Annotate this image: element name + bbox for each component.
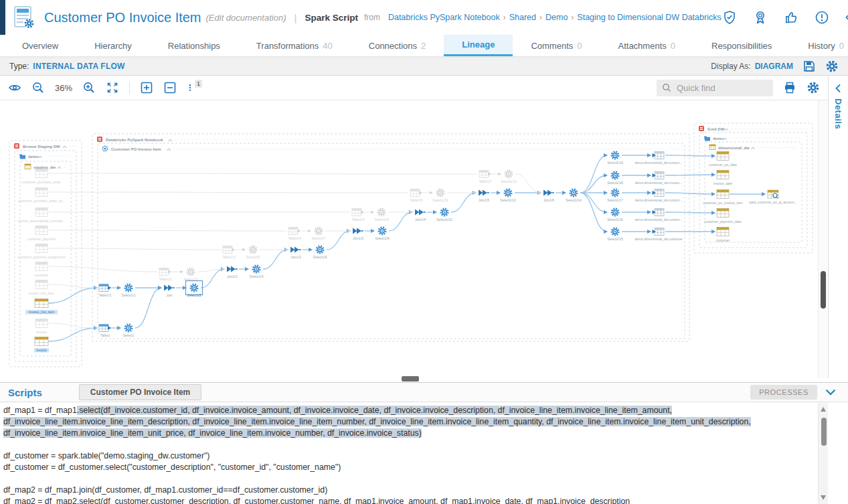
- diagram-scrollbar-thumb[interactable]: [821, 271, 826, 309]
- quick-find-input[interactable]: [675, 82, 752, 94]
- zoom-out-icon[interactable]: [31, 81, 45, 94]
- diagram-node-o1[interactable]: demo.dimensional_dw.custom...: [634, 152, 682, 165]
- diagram-node-j12[interactable]: Join1/2: [290, 247, 301, 260]
- diagram-node-s112[interactable]: Select1/12: [500, 189, 516, 202]
- code-scrollbar-thumb[interactable]: [821, 418, 827, 446]
- breadcrumb-link[interactable]: Demo: [545, 13, 568, 22]
- diagram-node-o3[interactable]: demo.dimensional_dw.custom...: [634, 189, 682, 203]
- diagram-node-s13[interactable]: Select1/3: [184, 268, 198, 281]
- tab-connections[interactable]: Connections2: [351, 35, 444, 56]
- print-icon[interactable]: [783, 81, 796, 94]
- diagram-node-jn[interactable]: Join: [164, 285, 175, 298]
- tab-history[interactable]: History0: [790, 35, 848, 56]
- thumbs-up-icon[interactable]: [783, 9, 799, 25]
- diagram-node-s118[interactable]: Select1/18: [607, 172, 623, 185]
- diagram-node-st9[interactable]: invoice: [35, 319, 48, 335]
- diagram-node-o2[interactable]: demo.dimensional_dw.invoice...: [635, 172, 683, 185]
- breadcrumb-link[interactable]: Databricks PySpark Notebook: [388, 13, 500, 22]
- diagram-node-st2[interactable]: customer_purchase_order_lin...: [18, 188, 65, 203]
- diagram-node-g2[interactable]: invoice_date: [713, 171, 732, 186]
- shield-check-icon[interactable]: [722, 9, 738, 25]
- diagram-node-t13[interactable]: Table1/3: [223, 246, 236, 260]
- diagram-node-t17[interactable]: Table1/7: [479, 171, 492, 184]
- diagram-node-s111[interactable]: Select1/11: [432, 189, 448, 202]
- diagram-node-st4[interactable]: customer_payment: [27, 226, 56, 242]
- diagram-node-j13[interactable]: Join1/3: [353, 228, 363, 241]
- diagram-node-t11[interactable]: Table1/1: [99, 284, 112, 298]
- tab-comments[interactable]: Comments0: [513, 35, 600, 56]
- collapsed-sidebar-sliver[interactable]: [0, 0, 5, 35]
- diagram-node-t12[interactable]: Table1/2: [159, 268, 172, 282]
- preview-eye-icon[interactable]: [8, 81, 21, 94]
- diagram-node-j14[interactable]: Join1/4: [415, 209, 426, 222]
- diagram-node-j16[interactable]: Join1/6: [543, 190, 554, 203]
- diagram-node-s115[interactable]: Select1/15: [607, 228, 623, 241]
- watch-icon[interactable]: [845, 9, 848, 25]
- diagram-node-s12[interactable]: Select1/2: [186, 281, 203, 298]
- diagram-node-s114[interactable]: Select1/14: [566, 189, 582, 202]
- save-icon[interactable]: [802, 60, 816, 73]
- tab-transformations[interactable]: Transformations40: [238, 35, 351, 56]
- diagram-container-script[interactable]: Customer PO Invoice Item: [98, 143, 685, 339]
- scroll-up-arrow[interactable]: [821, 407, 826, 412]
- diagram-node-g5[interactable]: customer: [716, 228, 730, 243]
- diagram-node-s18[interactable]: Select1/8: [375, 228, 390, 240]
- diagram-node-st1[interactable]: customer_purchase_order: [22, 169, 62, 185]
- tab-responsibilities[interactable]: Responsibilities: [693, 35, 790, 56]
- certification-icon[interactable]: [752, 9, 768, 25]
- script-code[interactable]: df_map1 = df_map1.select(df_invoice.cust…: [0, 402, 848, 504]
- diagram-node-o4[interactable]: demo.dimensional_dw.custom...: [634, 209, 682, 222]
- diagram-node-st7[interactable]: invoice_line_item: [29, 280, 54, 296]
- tab-hierarchy[interactable]: Hierarchy: [76, 35, 150, 56]
- diagram-node-st5[interactable]: customer_payment_assignment: [18, 244, 66, 260]
- diagram-node-s113[interactable]: Select1/13: [501, 171, 517, 183]
- diagram-node-t1[interactable]: Table1: [99, 325, 112, 338]
- diagram-node-g4[interactable]: customer_payment_date: [704, 209, 741, 224]
- diagram-node-s19[interactable]: Select1/9: [375, 209, 389, 222]
- diagram-node-s11[interactable]: Select1/1: [122, 284, 136, 297]
- diagram-node-st6[interactable]: customer: [35, 262, 49, 278]
- diagram-node-o5[interactable]: demo.dimensional_dw.customer: [634, 228, 683, 242]
- diagram-node-t16[interactable]: Table1/6: [410, 189, 423, 203]
- diagram-node-t14[interactable]: Table1/4: [288, 228, 301, 241]
- zoom-in-icon[interactable]: [82, 81, 96, 94]
- toolbar-overflow[interactable]: 1: [187, 81, 204, 94]
- collapse-all-icon[interactable]: [163, 81, 177, 94]
- script-tab-customer-po-invoice-item[interactable]: Customer PO Invoice Item: [79, 384, 201, 400]
- expand-all-icon[interactable]: [140, 81, 153, 94]
- breadcrumb-link[interactable]: Shared: [509, 13, 536, 22]
- diagram-node-s117[interactable]: Select1/17: [607, 189, 623, 202]
- tab-attachments[interactable]: Attachments0: [600, 35, 694, 56]
- diagram-node-st3[interactable]: invoice_associatedto_purchas...: [17, 208, 65, 224]
- diagram-settings-icon[interactable]: [807, 81, 820, 94]
- diagram-container-gold[interactable]: Gold DW: [694, 123, 813, 253]
- diagram-node-s14[interactable]: Select1/4: [250, 266, 264, 278]
- splitter-handle[interactable]: [402, 376, 419, 382]
- diagram-node-st8[interactable]: invoice_line_item: [25, 299, 58, 315]
- diagram-node-s17[interactable]: Select1/7: [312, 228, 326, 240]
- breadcrumb-link[interactable]: Staging to Dimensional DW Databricks: [577, 13, 721, 22]
- diagram-node-s116[interactable]: Select1/16: [607, 209, 623, 222]
- details-panel-collapsed[interactable]: Details: [828, 76, 848, 378]
- lineage-canvas[interactable]: Bronze Staging DWdemostaging_dwDatabrick…: [0, 100, 818, 378]
- tab-overview[interactable]: Overview: [4, 35, 76, 56]
- chevron-down-icon[interactable]: [824, 386, 837, 399]
- chevron-left-icon[interactable]: [833, 82, 845, 94]
- display-as-selector[interactable]: DIAGRAM: [755, 62, 793, 71]
- diagram-scrollbar[interactable]: [818, 100, 827, 378]
- diagram-node-j11[interactable]: Join1/1: [227, 266, 238, 279]
- diagram-node-s1[interactable]: Select1: [123, 325, 135, 337]
- diagram-node-st10[interactable]: invoice: [34, 337, 49, 353]
- diagram-node-t15[interactable]: Table1/5: [352, 209, 365, 222]
- tab-lineage[interactable]: Lineage: [444, 35, 513, 56]
- diagram-container-notebook[interactable]: Databricks PySpark Notebook: [92, 134, 689, 341]
- diagram-node-g3[interactable]: customer_po_invoice_item: [703, 190, 742, 205]
- processes-button[interactable]: PROCESSES: [750, 385, 817, 400]
- code-scrollbar[interactable]: [818, 403, 828, 504]
- scroll-down-arrow[interactable]: [821, 495, 826, 500]
- fit-to-screen-icon[interactable]: [106, 81, 119, 94]
- edit-documentation-link[interactable]: (Edit documentation): [206, 13, 286, 23]
- lineage-settings-icon[interactable]: [825, 60, 839, 73]
- diagram-node-s15[interactable]: Select1/5: [246, 246, 260, 259]
- diagram-node-g1[interactable]: customer_po_date: [709, 152, 737, 167]
